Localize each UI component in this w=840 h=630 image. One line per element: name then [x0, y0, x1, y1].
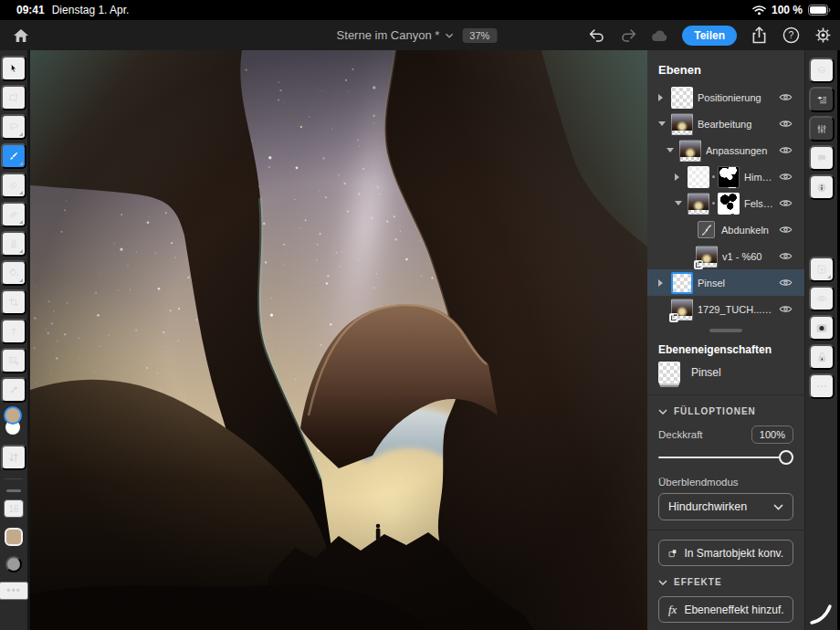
layers-panel-title: Ebenen — [658, 63, 793, 77]
brush-tool-icon[interactable] — [1, 143, 26, 169]
opacity-slider-knob[interactable] — [779, 450, 793, 465]
info-icon[interactable] — [809, 174, 835, 200]
undo-icon[interactable] — [586, 26, 606, 46]
help-icon[interactable]: ? — [781, 26, 801, 46]
eyedropper-tool-icon[interactable] — [1, 377, 26, 403]
brush-color-swatch[interactable] — [5, 528, 23, 546]
layer-properties-icon[interactable] — [809, 116, 835, 142]
photoshop-ipad-screen: 09:41 Dienstag 1. Apr. 100 % Sterne im C… — [0, 0, 840, 630]
layers-compact-icon[interactable] — [809, 58, 835, 83]
layer-row[interactable]: 1729_TUCH...final-NR33 — [658, 296, 793, 322]
place-image-tool-icon[interactable] — [1, 348, 26, 373]
properties-layer-row: Pinsel — [658, 362, 793, 383]
effects-header[interactable]: EFFEKTE — [658, 577, 793, 587]
svg-text:?: ? — [788, 30, 793, 40]
clone-stamp-tool-icon[interactable] — [1, 231, 26, 257]
adjustment-layer-thumbnail — [698, 221, 715, 238]
layer-row[interactable]: Pinsel — [647, 269, 804, 296]
healing-tool-icon[interactable] — [1, 202, 26, 227]
layer-name: Abdunkeln — [721, 225, 773, 236]
layer-visibility-eye-icon[interactable] — [778, 304, 793, 314]
layer-name: Anpassungen — [706, 145, 773, 156]
layer-row[interactable]: Abdunkeln — [658, 216, 793, 243]
layer-row[interactable]: Anpassungen — [658, 137, 793, 163]
layer-visibility-eye-icon[interactable] — [778, 119, 793, 129]
layer-row[interactable]: Himmel — [658, 163, 793, 190]
layer-mask-thumbnail — [718, 166, 740, 188]
layer-visibility-eye-icon[interactable] — [778, 225, 793, 235]
convert-to-smart-object-button[interactable]: In Smartobjekt konv. — [658, 540, 793, 566]
fill-options-header[interactable]: FÜLLOPTIONEN — [658, 406, 793, 416]
layer-visibility-eye-icon[interactable] — [778, 278, 793, 288]
layer-row[interactable]: Positionierung — [658, 84, 793, 110]
layers-detail-icon[interactable] — [809, 87, 835, 112]
add-layer-effect-button[interactable]: fx Ebeneneffekt hinzuf. — [658, 596, 793, 623]
layer-expander-icon[interactable] — [675, 201, 683, 205]
export-icon[interactable] — [749, 26, 769, 46]
layer-visibility-eye-icon[interactable] — [778, 92, 793, 102]
layer-row[interactable]: Bearbeitung — [658, 110, 793, 137]
layer-expander-icon[interactable] — [658, 279, 667, 287]
layer-name: 1729_TUCH...final-NR33 — [698, 304, 773, 315]
layer-thumbnail — [688, 193, 709, 215]
color-wells[interactable] — [3, 408, 25, 441]
more-icon[interactable] — [809, 373, 835, 399]
share-button[interactable]: Teilen — [682, 26, 737, 46]
layer-visibility-eye-icon[interactable] — [778, 172, 793, 182]
redo-icon[interactable] — [618, 26, 638, 46]
settings-gear-icon[interactable] — [813, 26, 833, 46]
app-toolbar: Sterne im Canyon * 37% Teilen ? — [0, 20, 840, 50]
chevron-down-icon — [445, 33, 453, 38]
swap-colors-icon[interactable] — [1, 445, 26, 470]
eraser-tool-icon[interactable] — [1, 173, 26, 198]
layer-thumbnail — [671, 113, 693, 135]
svg-text:T: T — [11, 327, 16, 336]
blend-mode-label: Überblendmodus — [658, 477, 793, 488]
brush-opacity-control[interactable] — [5, 556, 22, 572]
layer-row[interactable]: v1 - %60 — [658, 243, 793, 269]
lasso-tool-icon[interactable] — [1, 114, 26, 140]
foreground-color-swatch[interactable] — [5, 408, 20, 423]
zoom-level-badge[interactable]: 37% — [462, 28, 497, 43]
document-canvas[interactable] — [30, 50, 647, 630]
opacity-value-field[interactable]: 100% — [751, 425, 793, 444]
layer-properties-title: Ebeneneigenschaften — [658, 343, 793, 356]
layer-name: v1 - %60 — [722, 251, 773, 262]
lock-icon[interactable] — [809, 344, 835, 370]
crop-tool-icon[interactable] — [1, 289, 26, 315]
layer-expander-icon[interactable] — [675, 173, 683, 181]
tool-options-drag-handle[interactable] — [6, 489, 21, 492]
blend-mode-select[interactable]: Hindurchwirken — [658, 493, 793, 520]
layer-name: Bearbeitung — [698, 119, 773, 130]
layer-visibility-eye-icon[interactable] — [778, 145, 793, 155]
layer-visibility-eye-icon[interactable] — [778, 251, 793, 261]
layer-expander-icon[interactable] — [658, 94, 667, 101]
chevron-down-icon — [658, 409, 667, 415]
more-tool-options-icon[interactable]: ••• — [0, 582, 28, 600]
layer-name: Positionierung — [698, 92, 773, 103]
opacity-slider[interactable] — [658, 447, 793, 467]
brush-size-field[interactable]: 16 — [4, 499, 24, 518]
layer-expander-icon[interactable] — [658, 121, 667, 126]
battery-icon — [808, 5, 831, 16]
transform-tool-icon[interactable] — [1, 85, 26, 110]
properties-layer-name: Pinsel — [691, 366, 721, 379]
visibility-icon[interactable] — [809, 286, 835, 311]
wifi-icon — [752, 5, 766, 16]
move-tool-icon[interactable] — [1, 56, 26, 81]
add-layer-icon[interactable] — [809, 257, 835, 282]
mask-icon[interactable] — [809, 315, 835, 341]
battery-percent: 100 % — [772, 4, 803, 16]
layer-thumbnail — [671, 87, 693, 109]
layer-thumbnail — [679, 140, 701, 162]
layer-visibility-eye-icon[interactable] — [778, 198, 793, 208]
layer-thumbnail — [671, 299, 693, 320]
layer-expander-icon[interactable] — [667, 148, 675, 152]
layer-row[interactable]: Felsen — [658, 190, 793, 216]
type-tool-icon[interactable]: T — [1, 319, 26, 344]
panel-split-drag-handle[interactable] — [709, 329, 742, 332]
home-icon[interactable] — [9, 24, 33, 47]
fill-tool-icon[interactable] — [1, 260, 26, 286]
comments-icon[interactable] — [809, 145, 835, 171]
document-title[interactable]: Sterne im Canyon * — [337, 28, 454, 42]
